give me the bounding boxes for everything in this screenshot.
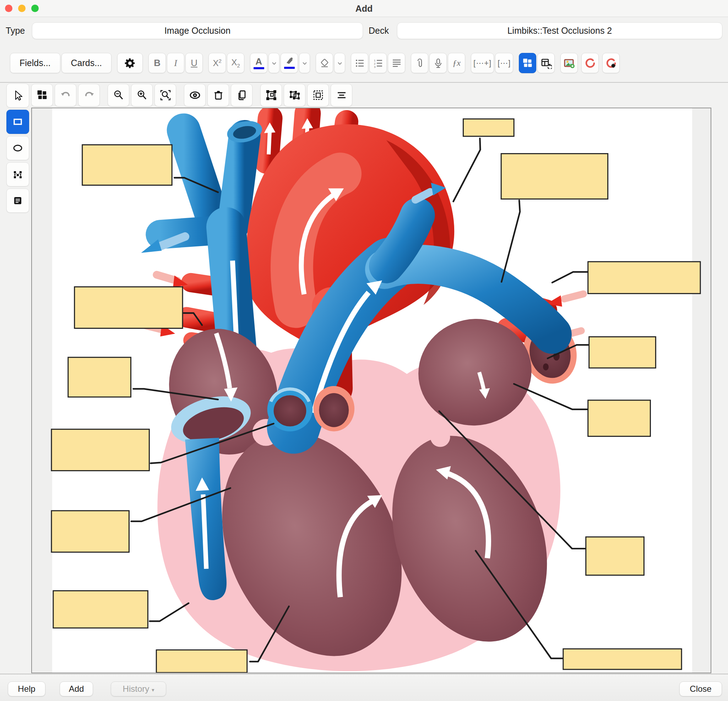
help-button[interactable]: Help — [8, 681, 45, 697]
red-loop-icon — [585, 58, 596, 69]
group-icon — [265, 89, 277, 101]
rectangle-tool-icon — [12, 116, 23, 127]
table-refresh-icon — [540, 58, 552, 69]
duplicate-icon — [236, 89, 248, 101]
bold-button[interactable]: B — [149, 53, 166, 73]
deck-selector[interactable]: Limbiks::Test Occlusions 2 — [397, 22, 722, 39]
occlusion-rect-9[interactable] — [588, 400, 651, 436]
red-loop-button[interactable] — [581, 53, 599, 73]
add-button[interactable]: Add — [60, 681, 93, 697]
notetype-value: Image Occlusion — [165, 26, 231, 36]
red-loop-settings-button[interactable] — [602, 53, 620, 73]
trash-icon — [212, 89, 224, 101]
undo-button[interactable] — [55, 84, 77, 107]
occlusion-editor-toolbar — [31, 84, 352, 107]
occlusion-rect-6[interactable] — [68, 357, 131, 397]
text-color-dropdown[interactable] — [269, 53, 279, 73]
tool-text[interactable] — [6, 189, 29, 213]
occlusion-rect-7[interactable] — [589, 337, 656, 368]
zoom-out-button[interactable] — [108, 84, 129, 107]
history-caret-icon: ▾ — [152, 687, 155, 693]
ungroup-button[interactable] — [284, 84, 305, 107]
gear-icon — [124, 57, 136, 69]
zoom-reset-button[interactable] — [155, 84, 176, 107]
occlusion-rect-12[interactable] — [53, 591, 148, 628]
redo-button[interactable] — [78, 84, 100, 107]
occlusion-rect-8[interactable] — [52, 429, 149, 471]
toggle-mask-eye-icon — [189, 89, 201, 101]
record-audio-button[interactable] — [429, 53, 447, 73]
numbered-list-icon: 123 — [373, 58, 384, 68]
tool-rectangle[interactable] — [6, 110, 29, 134]
highlighter-icon — [285, 57, 295, 66]
text-color-button[interactable]: A — [250, 53, 267, 73]
occlusion-rect-4[interactable] — [75, 287, 182, 328]
remove-formatting-button[interactable] — [316, 53, 333, 73]
dashboard-icon — [36, 90, 48, 101]
svg-text:3: 3 — [374, 65, 376, 68]
occlusion-rect-13[interactable] — [156, 650, 247, 673]
cards-button[interactable]: Cards... — [61, 53, 112, 73]
titlebar: Add — [0, 0, 728, 17]
history-button[interactable]: History ▾ — [111, 681, 166, 697]
attach-button[interactable] — [411, 53, 428, 73]
bullet-list-button[interactable] — [351, 53, 368, 73]
red-loop-settings-icon — [605, 58, 617, 69]
highlight-color-button[interactable] — [280, 53, 298, 73]
tool-polygon[interactable] — [6, 162, 29, 186]
math-function-icon: ƒx — [452, 58, 461, 68]
dashboard-button[interactable] — [31, 84, 53, 107]
window-title: Add — [0, 0, 728, 17]
group-button[interactable] — [260, 84, 282, 107]
table-refresh-button[interactable] — [537, 53, 555, 73]
ungroup-icon — [289, 89, 301, 101]
redo-icon — [83, 89, 95, 101]
paperclip-icon — [415, 58, 425, 68]
formatting-toolbar: Fields... Cards... B I U X2 X2 A — [0, 44, 728, 83]
add-image-occlusion-button[interactable] — [560, 53, 578, 73]
ellipse-tool-icon — [12, 142, 23, 154]
occlusion-rect-5[interactable] — [588, 262, 700, 294]
superscript-button[interactable]: X2 — [208, 53, 226, 73]
tool-ellipse[interactable] — [6, 136, 29, 160]
notetype-selector[interactable]: Image Occlusion — [32, 22, 363, 39]
select-all-button[interactable] — [307, 84, 329, 107]
microphone-icon — [433, 58, 443, 68]
toggle-mask-button[interactable] — [184, 84, 206, 107]
type-label: Type — [6, 17, 25, 44]
italic-button[interactable]: I — [167, 53, 184, 73]
deck-label: Deck — [368, 17, 389, 44]
underline-button[interactable]: U — [185, 53, 203, 73]
numbered-list-button[interactable]: 123 — [369, 53, 387, 73]
grid-layout-button[interactable] — [519, 53, 536, 73]
svg-text:1: 1 — [374, 59, 376, 62]
align-button[interactable] — [331, 84, 352, 107]
delete-button[interactable] — [207, 84, 229, 107]
zoom-in-button[interactable] — [131, 84, 153, 107]
occlusion-rect-14[interactable] — [563, 649, 682, 669]
chevron-down-icon — [302, 60, 308, 66]
cloze-same-button[interactable]: [⋯] — [495, 53, 513, 73]
occlusion-rect-3[interactable] — [501, 154, 608, 199]
cloze-same-icon: [⋯] — [497, 59, 511, 68]
remove-formatting-dropdown[interactable] — [334, 53, 345, 73]
highlight-color-dropdown[interactable] — [299, 53, 310, 73]
deck-value: Limbiks::Test Occlusions 2 — [507, 26, 612, 36]
occlusion-rect-10[interactable] — [52, 511, 129, 552]
settings-button[interactable] — [117, 53, 143, 73]
add-image-icon — [563, 58, 575, 69]
occlusion-rect-1[interactable] — [463, 119, 514, 136]
occlusion-canvas[interactable] — [31, 108, 711, 673]
subscript-button[interactable]: X2 — [227, 53, 244, 73]
fields-button[interactable]: Fields... — [10, 53, 61, 73]
cloze-new-button[interactable]: [⋯+] — [471, 53, 494, 73]
occlusion-rect-2[interactable] — [82, 145, 172, 185]
math-button[interactable]: ƒx — [448, 53, 465, 73]
zoom-in-icon — [136, 89, 148, 101]
duplicate-button[interactable] — [231, 84, 253, 107]
close-button[interactable]: Close — [679, 681, 722, 697]
tool-select[interactable] — [6, 84, 29, 108]
occlusion-rect-11[interactable] — [586, 537, 644, 575]
alignment-button[interactable] — [388, 53, 405, 73]
zoom-out-icon — [113, 89, 125, 101]
